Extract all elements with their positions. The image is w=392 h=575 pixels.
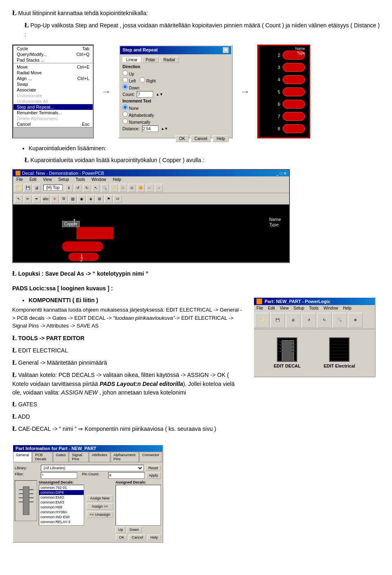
tb2-pour[interactable]: ◈ — [87, 195, 95, 203]
tb2-drc[interactable]: ⚑ — [105, 195, 113, 203]
tb-route[interactable]: ⚡ — [110, 184, 118, 192]
help-btn[interactable]: Help — [213, 135, 229, 142]
library-select[interactable]: (All Libraries) — [41, 465, 144, 471]
count-spinner[interactable]: ▲▼ — [156, 92, 163, 96]
tb2-net[interactable]: ⊞ — [96, 195, 104, 203]
pl-tb-print[interactable]: 🖨 — [286, 313, 301, 328]
menu-renumber: Renumber Terminals... — [13, 110, 93, 116]
unassigned-list[interactable]: common:792-01 common:DIP8 common:EM/2 co… — [39, 485, 84, 526]
distance-input[interactable] — [142, 125, 158, 132]
pcb-menu-setup[interactable]: Setup — [55, 177, 72, 182]
pi-tab-alphanumeric[interactable]: Alphanumeric Pins — [111, 452, 139, 462]
tb2-layer[interactable]: ◉ — [78, 195, 86, 203]
pi-tab-connector[interactable]: Connector — [139, 452, 162, 462]
tb-copper[interactable]: 🔶 — [137, 184, 145, 192]
dir-down-radio[interactable] — [122, 84, 128, 89]
dir-left-radio[interactable] — [122, 77, 128, 82]
dialog-close-btn[interactable]: ✕ — [223, 47, 229, 53]
unassigned-item-3[interactable]: common:EM/3 — [39, 500, 84, 505]
pl-menu-window[interactable]: Window — [321, 305, 341, 311]
tb-zoom[interactable]: 🔍 — [101, 184, 109, 192]
tb-cursor[interactable]: ↖ — [92, 184, 100, 192]
ok-btn[interactable]: OK — [176, 135, 189, 142]
pcb-menu-tools[interactable]: Tools — [72, 177, 88, 182]
unassigned-item-7[interactable]: common:RELAY-3 — [39, 519, 84, 524]
tb2-num[interactable]: UI — [114, 195, 122, 203]
tb-print[interactable]: 🖨 — [33, 184, 41, 192]
pi-cancel-btn[interactable]: Cancel — [129, 535, 146, 540]
menu-step-repeat[interactable]: Step and Repeat... — [13, 104, 93, 110]
unassigned-item-5[interactable]: common:HY08A — [39, 510, 84, 515]
pl-tb-zoom[interactable]: 🔍 — [332, 313, 347, 328]
reset-btn[interactable]: Reset — [145, 465, 161, 471]
pl-tb-redo[interactable]: ↻ — [317, 313, 332, 328]
pl-tb-component[interactable]: ⊞ — [348, 313, 363, 328]
assign-btn[interactable]: Assign >> — [87, 503, 113, 510]
unassigned-item-2[interactable]: common:EM/2 — [39, 495, 84, 500]
tb-open[interactable]: 📁 — [15, 184, 23, 192]
pl-menu-help[interactable]: Help — [341, 305, 354, 311]
pcb-menu-view[interactable]: View — [40, 177, 55, 182]
dir-right-radio[interactable] — [140, 77, 145, 82]
inc-none-radio[interactable] — [122, 105, 128, 110]
unassigned-item-1[interactable]: common:DIP8 — [39, 490, 84, 495]
pi-help-btn[interactable]: Help — [147, 535, 161, 540]
pl-menu-tools[interactable]: Tools — [307, 305, 321, 311]
tb2-select[interactable]: ↖ — [15, 195, 23, 203]
unassign-btn[interactable]: << Unassign — [87, 511, 113, 518]
pl-menu-file[interactable]: File — [254, 305, 265, 311]
unassigned-item-0[interactable]: common:792-01 — [39, 485, 84, 490]
up-btn[interactable]: Up — [116, 526, 126, 533]
pi-tab-pcb[interactable]: PCB Decals — [32, 452, 53, 462]
pl-menu-edit[interactable]: Edit — [265, 305, 277, 311]
pcb-menu-window[interactable]: Window — [88, 177, 109, 182]
tab-polar[interactable]: Polar — [142, 57, 159, 63]
assign-new-btn[interactable]: Assign New — [87, 495, 113, 501]
tb-via[interactable]: ⊙ — [128, 184, 136, 192]
tb-component[interactable]: □ — [119, 184, 127, 192]
dip-image — [15, 480, 37, 521]
pl-menu-view[interactable]: View — [277, 305, 291, 311]
tb-redo[interactable]: ↻ — [83, 184, 91, 192]
unassigned-item-6[interactable]: common:IND-EMI — [39, 515, 84, 519]
assigned-list[interactable] — [116, 485, 161, 526]
distance-spinner[interactable]: ▲▼ — [161, 127, 168, 131]
pi-tab-signal[interactable]: Signal Pins — [69, 452, 88, 462]
pl-tb-undo[interactable]: ↺ — [301, 313, 316, 328]
tb2-copper-area[interactable]: ▨ — [69, 195, 77, 203]
pin-count-input[interactable] — [108, 472, 145, 479]
tb2-delete[interactable]: ✕ — [51, 195, 59, 203]
pl-tb-open[interactable]: 📁 — [255, 313, 270, 328]
count-input[interactable] — [137, 91, 153, 98]
tb2-draw[interactable]: ✒ — [33, 195, 41, 203]
pi-tab-gates[interactable]: Gates — [53, 452, 69, 462]
pcb-menu-file[interactable]: File — [13, 177, 26, 182]
dir-up-radio[interactable] — [122, 70, 128, 76]
pl-tb-save[interactable]: 💾 — [270, 313, 285, 328]
tb-info[interactable]: ℹ — [65, 184, 73, 192]
tb-back[interactable]: ← — [146, 184, 154, 192]
unassigned-item-8[interactable]: common:RLY-RY — [39, 524, 84, 526]
pi-tab-attr[interactable]: Attributes — [89, 452, 110, 462]
filter-input[interactable] — [41, 472, 77, 479]
tb2-edit[interactable]: ✏ — [24, 195, 32, 203]
pcb-menu-edit[interactable]: Edit — [26, 177, 40, 182]
tb-undo[interactable]: ↺ — [74, 184, 82, 192]
pcb-menu-help[interactable]: Help — [109, 177, 125, 182]
cancel-btn[interactable]: Cancel — [191, 135, 211, 142]
tb-save[interactable]: 💾 — [24, 184, 32, 192]
tb-fwd[interactable]: → — [155, 184, 163, 192]
pi-ok-btn[interactable]: OK — [116, 535, 127, 540]
pi-tab-general[interactable]: General — [13, 452, 32, 462]
pl-menu-setup[interactable]: Setup — [291, 305, 307, 311]
down-btn[interactable]: Down — [127, 526, 142, 533]
tab-radial[interactable]: Radial — [160, 57, 178, 63]
inc-num-radio[interactable] — [122, 118, 128, 124]
unassigned-item-4[interactable]: common:H08 — [39, 505, 84, 510]
layer-selector[interactable]: (H) Top — [43, 185, 62, 191]
tab-linear[interactable]: Linear — [122, 57, 141, 63]
inc-alpha-radio[interactable] — [122, 111, 128, 117]
tb2-copy[interactable]: ⧉ — [60, 195, 68, 203]
tb2-text[interactable]: abc — [42, 195, 50, 203]
apply-btn[interactable]: Apply — [146, 472, 161, 479]
